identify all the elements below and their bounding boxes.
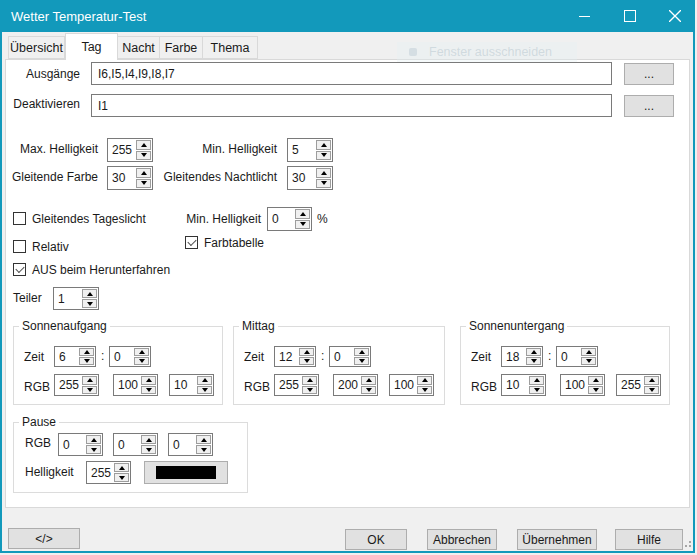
spin-down-button[interactable] xyxy=(196,445,211,454)
spin-down-button[interactable] xyxy=(197,386,212,395)
spin-down-button[interactable] xyxy=(295,220,310,230)
tab-uebersicht[interactable]: Übersicht xyxy=(8,36,65,59)
sonnenuntergang-b-spinner[interactable]: 255 xyxy=(616,374,661,396)
pause-b-spinner[interactable]: 0 xyxy=(168,433,213,456)
spin-down-button[interactable] xyxy=(114,473,129,482)
mittag-r-spinner[interactable]: 255 xyxy=(274,374,319,396)
sonnenuntergang-minute-spinner[interactable]: 0 xyxy=(556,346,598,367)
sonnenaufgang-r-spinner[interactable]: 255 xyxy=(54,374,99,396)
tab-nacht[interactable]: Nacht xyxy=(117,36,160,59)
spin-down-button[interactable] xyxy=(79,357,94,365)
spin-up-button[interactable] xyxy=(581,348,596,356)
spin-up-button[interactable] xyxy=(134,348,149,356)
gleitendes-tageslicht-checkbox[interactable] xyxy=(13,212,26,225)
farbtabelle-checkbox[interactable] xyxy=(185,236,198,249)
sonnenaufgang-b-spinner[interactable]: 10 xyxy=(169,374,214,396)
spin-up-button[interactable] xyxy=(316,140,331,150)
spin-down-button[interactable] xyxy=(316,151,331,161)
spin-up-button[interactable] xyxy=(86,435,101,444)
spin-up-button[interactable] xyxy=(417,376,432,385)
spin-up-button[interactable] xyxy=(197,376,212,385)
tab-thema[interactable]: Thema xyxy=(202,36,258,59)
relativ-checkbox[interactable] xyxy=(13,240,26,253)
tab-tag[interactable]: Tag xyxy=(65,33,118,60)
ok-button[interactable]: OK xyxy=(345,529,407,550)
spin-up-button[interactable] xyxy=(644,376,659,385)
spin-up-button[interactable] xyxy=(526,348,541,356)
teiler-spinner[interactable]: 1 xyxy=(53,287,99,310)
min-helligkeit-spinner[interactable]: 5 xyxy=(287,138,333,162)
code-button[interactable]: </> xyxy=(8,528,80,549)
resize-grip[interactable] xyxy=(685,545,687,547)
spin-down-button[interactable] xyxy=(529,386,544,395)
spinner-value: 200 xyxy=(334,378,361,392)
spin-down-button[interactable] xyxy=(361,386,376,395)
min-helligkeit-pct-spinner[interactable]: 0 xyxy=(267,207,312,231)
spin-down-button[interactable] xyxy=(141,386,156,395)
pause-r-spinner[interactable]: 0 xyxy=(58,433,103,456)
spin-down-button[interactable] xyxy=(82,299,97,308)
pause-g-spinner[interactable]: 0 xyxy=(113,433,158,456)
spin-down-button[interactable] xyxy=(86,445,101,454)
sonnenuntergang-r-spinner[interactable]: 10 xyxy=(501,374,546,396)
spin-down-button[interactable] xyxy=(134,357,149,365)
sonnenuntergang-g-spinner[interactable]: 100 xyxy=(560,374,605,396)
spin-up-button[interactable] xyxy=(141,376,156,385)
sonnenaufgang-minute-spinner[interactable]: 0 xyxy=(109,346,151,367)
spin-up-button[interactable] xyxy=(354,348,369,356)
spin-down-button[interactable] xyxy=(316,179,331,189)
spin-down-button[interactable] xyxy=(82,386,97,395)
spin-down-button[interactable] xyxy=(581,357,596,365)
spin-up-button[interactable] xyxy=(136,168,151,178)
mittag-hour-spinner[interactable]: 12 xyxy=(274,346,316,367)
spin-up-button[interactable] xyxy=(316,168,331,178)
spin-down-button[interactable] xyxy=(136,179,151,189)
spin-down-button[interactable] xyxy=(417,386,432,395)
apply-button[interactable]: Übernehmen xyxy=(517,529,597,550)
ausgaenge-browse-button[interactable]: ... xyxy=(624,63,674,85)
cancel-button[interactable]: Abbrechen xyxy=(427,529,497,550)
spin-down-button[interactable] xyxy=(141,445,156,454)
minimize-button[interactable] xyxy=(562,0,607,32)
spin-up-button[interactable] xyxy=(295,209,310,219)
spin-down-button[interactable] xyxy=(136,151,151,161)
spin-up-button[interactable] xyxy=(79,348,94,356)
spin-up-button[interactable] xyxy=(529,376,544,385)
spin-down-button[interactable] xyxy=(302,386,317,395)
maximize-button[interactable] xyxy=(607,0,652,32)
max-helligkeit-spinner[interactable]: 255 xyxy=(107,138,153,162)
gleitende-farbe-spinner[interactable]: 30 xyxy=(107,166,153,190)
spin-up-button[interactable] xyxy=(588,376,603,385)
spin-down-button[interactable] xyxy=(644,386,659,395)
deaktivieren-browse-button[interactable]: ... xyxy=(624,95,674,117)
deaktivieren-input[interactable]: I1 xyxy=(91,94,612,117)
gleitendes-nachtlicht-spinner[interactable]: 30 xyxy=(287,166,333,190)
mittag-minute-spinner[interactable]: 0 xyxy=(329,346,371,367)
spin-up-button[interactable] xyxy=(82,289,97,298)
spin-up-button[interactable] xyxy=(141,435,156,444)
spin-down-button[interactable] xyxy=(526,357,541,365)
help-button[interactable]: Hilfe xyxy=(615,529,683,550)
sonnenaufgang-g-spinner[interactable]: 100 xyxy=(113,374,158,396)
mittag-g-spinner[interactable]: 200 xyxy=(333,374,378,396)
spin-down-button[interactable] xyxy=(354,357,369,365)
spin-up-button[interactable] xyxy=(361,376,376,385)
spin-up-button[interactable] xyxy=(196,435,211,444)
spin-up-button[interactable] xyxy=(114,463,129,472)
spin-up-button[interactable] xyxy=(136,140,151,150)
sonnenaufgang-hour-spinner[interactable]: 6 xyxy=(54,346,96,367)
sonnenuntergang-hour-spinner[interactable]: 18 xyxy=(501,346,543,367)
spin-up-button[interactable] xyxy=(302,376,317,385)
rgb-label: RGB xyxy=(25,435,51,451)
spin-up-button[interactable] xyxy=(82,376,97,385)
spin-up-button[interactable] xyxy=(299,348,314,356)
pause-color-button[interactable] xyxy=(144,461,228,484)
ausgaenge-input[interactable]: I6,I5,I4,I9,I8,I7 xyxy=(91,62,612,85)
pause-helligkeit-spinner[interactable]: 255 xyxy=(86,461,131,484)
spin-down-button[interactable] xyxy=(299,357,314,365)
close-button[interactable] xyxy=(652,0,697,32)
tab-farbe[interactable]: Farbe xyxy=(159,36,203,59)
spin-down-button[interactable] xyxy=(588,386,603,395)
mittag-b-spinner[interactable]: 100 xyxy=(389,374,434,396)
aus-beim-herunterfahren-checkbox[interactable] xyxy=(13,263,26,276)
